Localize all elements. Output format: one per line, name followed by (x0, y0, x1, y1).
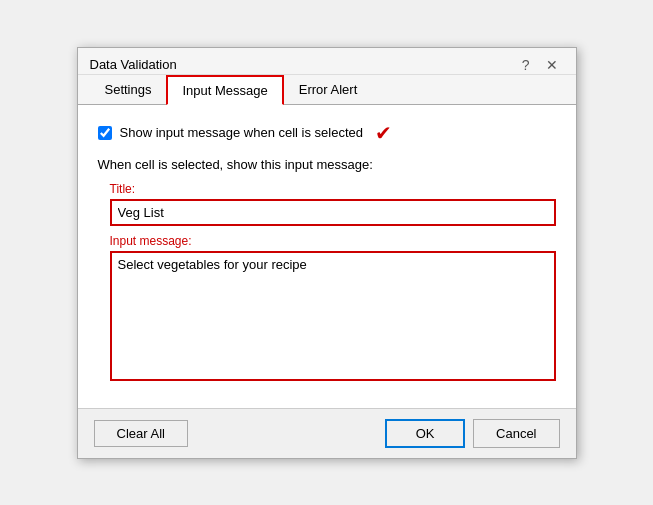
title-input[interactable] (110, 199, 556, 226)
clear-all-button[interactable]: Clear All (94, 420, 188, 447)
tab-settings[interactable]: Settings (90, 75, 167, 105)
close-button[interactable]: ✕ (540, 56, 564, 74)
ok-button[interactable]: OK (385, 419, 465, 448)
input-message-subtitle: When cell is selected, show this input m… (98, 157, 556, 172)
tab-error-alert[interactable]: Error Alert (284, 75, 373, 105)
message-textarea[interactable]: Select vegetables for your recipe (110, 251, 556, 381)
show-message-label: Show input message when cell is selected (120, 125, 364, 140)
message-label: Input message: (110, 234, 556, 248)
title-bar-controls: ? ✕ (516, 56, 564, 74)
message-textarea-wrapper: Select vegetables for your recipe (110, 251, 556, 384)
dialog-title: Data Validation (90, 57, 177, 72)
footer-left: Clear All (94, 420, 188, 447)
data-validation-dialog: Data Validation ? ✕ Settings Input Messa… (77, 47, 577, 459)
show-message-checkbox[interactable] (98, 126, 112, 140)
cancel-button[interactable]: Cancel (473, 419, 559, 448)
show-message-row: Show input message when cell is selected… (98, 121, 556, 145)
dialog-footer: Clear All OK Cancel (78, 408, 576, 458)
dialog-content: Show input message when cell is selected… (78, 105, 576, 408)
title-label: Title: (110, 182, 556, 196)
tab-input-message[interactable]: Input Message (166, 75, 283, 105)
footer-right: OK Cancel (385, 419, 559, 448)
title-bar: Data Validation ? ✕ (78, 48, 576, 75)
help-button[interactable]: ? (516, 56, 536, 74)
title-field-group: Title: (98, 182, 556, 226)
message-field-group: Input message: Select vegetables for you… (98, 234, 556, 384)
checkmark-icon: ✔ (375, 121, 392, 145)
tab-bar: Settings Input Message Error Alert (78, 75, 576, 105)
